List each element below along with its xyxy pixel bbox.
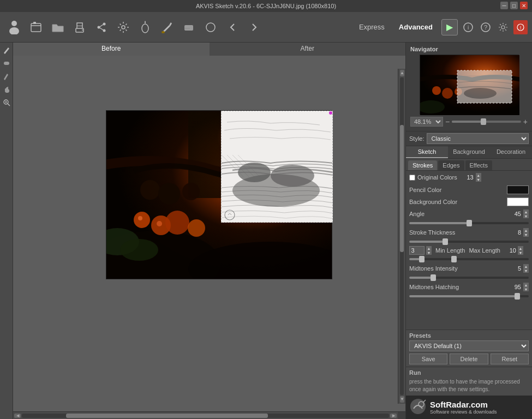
svg-rect-2 [31,23,41,32]
save-preset-button[interactable]: Save [409,354,447,364]
info-button[interactable]: i [461,20,475,34]
svg-point-41 [120,239,158,261]
pencil-tool[interactable] [1,45,12,56]
zoom-left-tool[interactable] [1,97,12,108]
min-len-down[interactable]: ▼ [426,250,432,255]
close-button[interactable]: ✕ [520,2,528,9]
eraser-icon[interactable] [179,17,199,37]
thickness-spin-up[interactable]: ▲ [523,228,529,232]
watercolor-icon[interactable] [135,17,155,37]
strokes-subtab[interactable]: Strokes [408,160,437,170]
stroke-thickness-thumb[interactable] [443,238,448,245]
delete-preset-button[interactable]: Delete [450,354,488,364]
folder-icon[interactable] [48,17,68,37]
mid-hat-down[interactable]: ▼ [523,287,529,291]
mid-int-thumb[interactable] [431,274,436,281]
window-title: AKVIS Sketch v.20.6 - 6C-SJJnJ6NU.jpg (1… [4,3,528,9]
minimize-button[interactable]: ─ [500,2,508,9]
paint-tool[interactable] [1,71,12,82]
hand-left-tool[interactable] [1,84,12,95]
mid-hat-thumb[interactable] [515,293,520,300]
angle-spin-down[interactable]: ▼ [523,214,529,218]
settings-icon[interactable] [113,17,133,37]
min-length-input[interactable] [409,246,425,255]
maximize-button[interactable]: □ [510,2,518,9]
person-icon[interactable] [4,17,24,37]
back-icon[interactable] [223,17,242,37]
angle-spinner[interactable]: ▲ ▼ [523,210,529,218]
midtones-intensity-spinner[interactable]: ▲ ▼ [523,264,529,273]
max-len-up[interactable]: ▲ [518,246,523,250]
open-file-icon[interactable] [26,17,46,37]
hscroll-track[interactable] [22,414,389,418]
midtones-hatching-spinner[interactable]: ▲ ▼ [523,283,529,291]
angle-slider-track[interactable] [409,222,529,224]
svg-text:i: i [468,25,469,31]
hscroll-right-arrow[interactable]: ▶ [390,414,397,418]
brush-icon[interactable] [157,17,177,37]
effects-subtab[interactable]: Effects [465,160,492,170]
reset-preset-button[interactable]: Reset [491,354,529,364]
mid-int-up[interactable]: ▲ [523,264,529,268]
brush-left-tool[interactable] [1,58,12,69]
after-tab[interactable]: After [210,43,406,56]
original-colors-label[interactable]: Original Colors [409,174,457,181]
before-tab[interactable]: Before [13,43,210,56]
mid-hat-track[interactable] [409,295,529,297]
vscroll-thumb[interactable] [400,125,404,252]
zoom-slider[interactable] [452,121,521,123]
edges-subtab[interactable]: Edges [438,160,464,170]
svg-point-36 [134,212,150,228]
vscroll-track[interactable] [400,77,404,395]
canvas-area: Before After [13,43,405,419]
pencil-color-swatch[interactable] [507,185,529,194]
horizontal-scrollbar[interactable]: ◀ ▶ [13,412,398,419]
angle-slider-thumb[interactable] [467,220,472,226]
presets-select[interactable]: AKVIS Default (1) [409,340,529,351]
express-mode-button[interactable]: Express [354,21,390,33]
decoration-tab[interactable]: Decoration [490,146,532,158]
share-icon[interactable] [92,17,111,37]
mid-hat-up[interactable]: ▲ [523,283,529,287]
svg-point-48 [329,111,332,115]
forward-icon[interactable] [244,17,264,37]
stroke-thickness-spinner[interactable]: ▲ ▼ [523,228,529,237]
zoom-select[interactable]: 48.1% [410,117,443,127]
min-len-thumb[interactable] [419,256,425,262]
svg-point-33 [140,180,160,200]
max-len-thumb[interactable] [451,256,457,262]
advanced-mode-button[interactable]: Advanced [393,21,438,33]
help-button[interactable]: ? [479,20,493,34]
print-icon[interactable] [70,17,89,37]
max-len-down[interactable]: ▼ [518,250,523,255]
zoom-out-icon[interactable]: − [445,117,450,126]
vscroll-up-arrow[interactable]: ▲ [400,70,404,76]
angle-spin-up[interactable]: ▲ [523,210,529,214]
mid-int-track[interactable] [409,277,529,279]
thickness-spin-down[interactable]: ▼ [523,232,529,237]
max-length-spinner[interactable]: ▲ ▼ [518,246,523,255]
stroke-thickness-slider-track[interactable] [409,241,529,243]
svg-rect-15 [184,25,193,31]
hscroll-left-arrow[interactable]: ◀ [14,414,21,418]
original-colors-spinner[interactable]: ▲ ▼ [476,173,481,182]
hscroll-thumb[interactable] [66,414,268,418]
min-len-up[interactable]: ▲ [426,246,432,250]
min-length-spinner[interactable]: ▲ ▼ [426,246,432,255]
original-colors-checkbox[interactable] [409,175,415,181]
zoom-in-icon[interactable]: + [523,117,528,126]
background-color-swatch[interactable] [507,197,529,206]
length-slider-track[interactable] [409,258,529,260]
app-settings-button[interactable] [496,20,510,34]
mid-int-down[interactable]: ▼ [523,268,529,273]
background-tab[interactable]: Background [448,146,490,158]
vscroll-down-arrow[interactable]: ▼ [400,396,404,403]
spin-down[interactable]: ▼ [476,177,481,182]
alert-settings-button[interactable]: ! [513,20,528,34]
circle-icon[interactable] [201,17,220,37]
style-select[interactable]: Classic [427,133,529,144]
sketch-tab[interactable]: Sketch [406,146,448,158]
run-button[interactable]: ▶ [441,19,458,35]
spin-up[interactable]: ▲ [476,173,481,177]
vertical-scrollbar[interactable]: ▲ ▼ [398,69,405,404]
